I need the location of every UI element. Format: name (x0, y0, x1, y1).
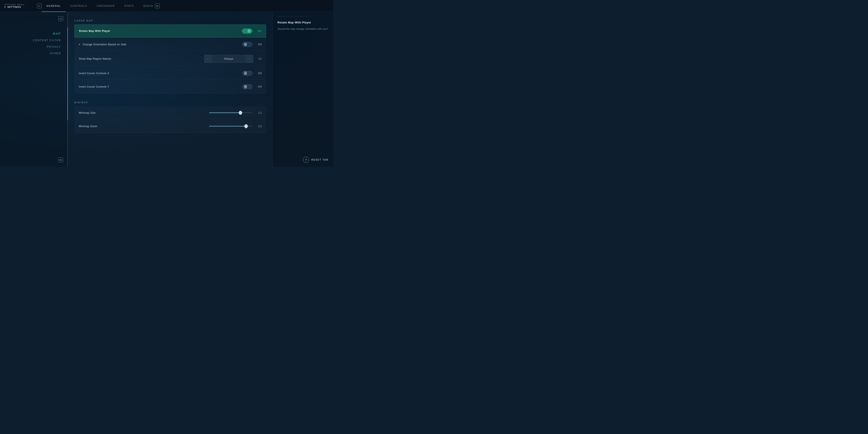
invert-cursor-x-value: Off (256, 72, 262, 75)
nav-brand: OPTIONS MENU ▶ SETTINGS (4, 3, 30, 8)
arrow-select-value: Always (211, 55, 246, 63)
right-panel: Rotate Map With Player Should the map ch… (273, 12, 333, 167)
arrow-select-map-names: ‹ Always › (205, 55, 253, 63)
content-with-scroll: LARGE MAP Rotate Map With Player On (67, 12, 273, 167)
sidebar: L2 MAP CONTENT FILTER PRIVACY OTHER R2 (0, 12, 67, 167)
nav-tabs: GENERAL CONTROLS CROSSHAIR STATS AUDIO R… (42, 0, 329, 12)
tab-crosshair[interactable]: CROSSHAIR (92, 0, 120, 12)
minimap-size-slider-container (209, 113, 253, 113)
toggle-thumb (247, 29, 251, 33)
rotate-map-control: On (242, 28, 261, 34)
app-container: OPTIONS MENU ▶ SETTINGS L1 GENERAL CONTR… (0, 0, 333, 167)
row-dot-divider (79, 44, 80, 45)
reset-icon: ↺ (303, 157, 309, 163)
select-counter: 3/3 (256, 58, 262, 60)
invert-cursor-x-toggle[interactable] (242, 71, 253, 76)
minimap-zoom-slider-container (209, 126, 253, 126)
settings-label: SETTINGS (7, 6, 21, 8)
minimap-size-label: Minimap Size (79, 111, 209, 114)
invert-cursor-y-toggle[interactable] (242, 84, 253, 89)
change-orientation-control: Off (242, 42, 262, 47)
minimap-zoom-control: 1.5 (209, 125, 262, 128)
sidebar-item-content-filter[interactable]: CONTENT FILTER (0, 37, 63, 43)
row-change-orientation[interactable]: Change Orientation Based on Side Off (74, 38, 266, 51)
minimap-size-track (209, 113, 253, 113)
tab-general[interactable]: GENERAL (42, 0, 66, 12)
show-map-names-control: ‹ Always › 3/3 (205, 55, 262, 63)
sidebar-item-map[interactable]: MAP (0, 31, 63, 37)
settings-label-container: ▶ SETTINGS (4, 6, 30, 8)
rotate-map-label: Rotate Map With Player (79, 30, 242, 33)
top-nav: OPTIONS MENU ▶ SETTINGS L1 GENERAL CONTR… (0, 0, 333, 12)
arrow-left-btn[interactable]: ‹ (205, 55, 211, 63)
minimap-zoom-track (209, 126, 253, 126)
minimap-size-value: 1.1 (255, 111, 262, 114)
scroll-thumb (67, 27, 68, 120)
tab-stats[interactable]: STATS (120, 0, 139, 12)
sidebar-item-privacy[interactable]: PRIVACY (0, 44, 63, 50)
l1-button[interactable]: L1 (37, 3, 42, 8)
section-large-map: LARGE MAP (74, 16, 266, 25)
tab-controls[interactable]: CONTROLS (66, 0, 92, 12)
invert-cursor-y-label: Invert Cursor Controls Y (79, 85, 242, 88)
invert-cursor-x-control: Off (242, 71, 262, 76)
r2-button[interactable]: R2 (58, 158, 63, 162)
invert-cursor-y-control: Off (242, 84, 262, 89)
row-minimap-size[interactable]: Minimap Size 1.1 (74, 106, 266, 119)
section-minimap: MINIMAP (74, 98, 266, 106)
right-panel-description: Should the map change orientation with y… (278, 27, 329, 31)
change-orientation-label: Change Orientation Based on Side (83, 43, 242, 46)
r1-button[interactable]: R1 (155, 3, 160, 8)
l2-button[interactable]: L2 (58, 16, 63, 21)
toggle-track-off (242, 42, 253, 47)
rotate-map-value: On (255, 30, 261, 33)
scroll-track (67, 12, 68, 167)
toggle-thumb-off-2 (244, 72, 247, 75)
row-minimap-zoom[interactable]: Minimap Zoom 1.5 (74, 120, 266, 133)
toggle-thumb-off (244, 43, 247, 46)
change-orientation-value: Off (256, 43, 262, 46)
minimap-size-control: 1.1 (209, 111, 262, 114)
row-invert-cursor-x[interactable]: Invert Cursor Controls X Off (74, 67, 266, 80)
invert-cursor-x-label: Invert Cursor Controls X (79, 72, 242, 75)
minimap-size-thumb[interactable] (239, 111, 242, 115)
main-layout: L2 MAP CONTENT FILTER PRIVACY OTHER R2 L… (0, 12, 333, 167)
row-invert-cursor-y[interactable]: Invert Cursor Controls Y Off (74, 80, 266, 93)
minimap-zoom-fill (209, 126, 246, 126)
row-rotate-map[interactable]: Rotate Map With Player On (74, 25, 266, 37)
row-show-map-names[interactable]: Show Map Region Names ‹ Always › 3/3 (74, 52, 266, 66)
toggle-thumb-off-3 (244, 85, 247, 89)
toggle-track-on (242, 29, 253, 33)
sidebar-item-other[interactable]: OTHER (0, 51, 63, 56)
minimap-zoom-label: Minimap Zoom (79, 125, 209, 128)
right-panel-title: Rotate Map With Player (278, 21, 329, 24)
tab-audio[interactable]: AUDIO R1 (139, 0, 164, 12)
right-panel-divider (278, 16, 308, 17)
settings-arrow-icon: ▶ (4, 6, 6, 8)
reset-tab-label: RESET TAB (311, 158, 329, 161)
invert-cursor-y-value: Off (256, 85, 262, 88)
reset-tab-button[interactable]: ↺ RESET TAB (303, 157, 329, 163)
arrow-right-btn[interactable]: › (246, 55, 253, 63)
change-orientation-toggle[interactable] (242, 42, 253, 47)
content-area: LARGE MAP Rotate Map With Player On (68, 12, 273, 167)
minimap-size-fill (209, 113, 241, 113)
toggle-track-off-3 (242, 85, 253, 89)
toggle-track-off-2 (242, 71, 253, 76)
minimap-zoom-thumb[interactable] (244, 124, 248, 128)
minimap-zoom-value: 1.5 (255, 125, 262, 128)
show-map-names-label: Show Map Region Names (79, 57, 205, 60)
options-menu-label: OPTIONS MENU (4, 3, 30, 6)
rotate-map-toggle[interactable] (242, 28, 253, 34)
